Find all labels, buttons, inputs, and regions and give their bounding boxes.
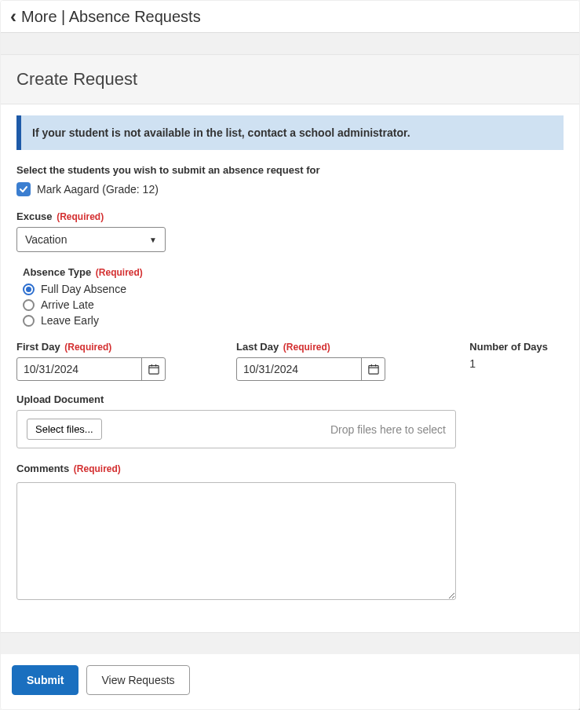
first-day-label-text: First Day bbox=[16, 341, 60, 353]
last-day-label: Last Day (Required) bbox=[236, 341, 440, 353]
top-header: ‹ More | Absence Requests bbox=[1, 1, 579, 33]
student-name: Mark Aagard (Grade: 12) bbox=[37, 183, 159, 196]
radio-icon bbox=[23, 299, 35, 311]
excuse-label-text: Excuse bbox=[16, 210, 53, 222]
first-day-calendar-button[interactable] bbox=[141, 358, 165, 380]
last-day-value: 10/31/2024 bbox=[237, 358, 361, 380]
absence-type-group: Absence Type (Required) Full Day Absence… bbox=[23, 266, 564, 327]
last-day-calendar-button[interactable] bbox=[361, 358, 385, 380]
comments-textarea[interactable] bbox=[16, 482, 456, 600]
comments-label-text: Comments bbox=[16, 463, 69, 474]
excuse-label: Excuse (Required) bbox=[16, 210, 564, 222]
svg-rect-4 bbox=[368, 366, 378, 375]
radio-icon bbox=[23, 315, 35, 327]
student-row: Mark Aagard (Grade: 12) bbox=[16, 182, 564, 196]
upload-dropzone[interactable]: Select files... Drop files here to selec… bbox=[16, 410, 456, 448]
select-files-button[interactable]: Select files... bbox=[27, 419, 102, 440]
num-days-label: Number of Days bbox=[469, 341, 548, 353]
submit-button[interactable]: Submit bbox=[12, 665, 78, 695]
upload-field: Upload Document Select files... Drop fil… bbox=[16, 393, 564, 448]
footer-buttons: Submit View Requests bbox=[1, 654, 579, 709]
comments-label: Comments (Required) bbox=[16, 463, 564, 474]
date-row: First Day (Required) 10/31/2024 Last Day… bbox=[16, 341, 564, 381]
num-days-field: Number of Days 1 bbox=[469, 341, 564, 381]
divider-strip-bottom bbox=[1, 632, 579, 654]
last-day-field: Last Day (Required) 10/31/2024 bbox=[236, 341, 440, 381]
excuse-field: Excuse (Required) Vacation ▼ bbox=[16, 210, 564, 252]
first-day-label: First Day (Required) bbox=[16, 341, 221, 353]
student-checkbox[interactable] bbox=[16, 182, 31, 196]
radio-leave-early[interactable]: Leave Early bbox=[23, 314, 564, 327]
num-days-value: 1 bbox=[469, 357, 548, 370]
radio-label: Leave Early bbox=[41, 314, 99, 327]
svg-rect-0 bbox=[148, 366, 158, 375]
excuse-value: Vacation bbox=[25, 233, 67, 246]
first-day-input[interactable]: 10/31/2024 bbox=[16, 357, 166, 381]
last-day-input[interactable]: 10/31/2024 bbox=[236, 357, 385, 381]
radio-icon bbox=[23, 284, 35, 295]
view-requests-button[interactable]: View Requests bbox=[86, 665, 189, 695]
info-banner-text: If your student is not available in the … bbox=[32, 126, 410, 139]
calendar-icon bbox=[148, 364, 159, 375]
first-day-field: First Day (Required) 10/31/2024 bbox=[16, 341, 221, 381]
page-title: Create Request bbox=[1, 55, 579, 104]
first-day-required: (Required) bbox=[64, 342, 111, 353]
radio-full-day[interactable]: Full Day Absence bbox=[23, 283, 564, 295]
absence-type-required: (Required) bbox=[96, 267, 143, 278]
student-select-label: Select the students you wish to submit a… bbox=[16, 164, 564, 176]
upload-hint: Drop files here to select bbox=[330, 423, 446, 436]
divider-strip-top bbox=[1, 33, 579, 55]
excuse-required: (Required) bbox=[57, 211, 104, 222]
comments-field: Comments (Required) bbox=[16, 463, 564, 602]
absence-type-label-text: Absence Type bbox=[23, 266, 91, 278]
absence-type-label: Absence Type (Required) bbox=[23, 266, 564, 278]
radio-label: Arrive Late bbox=[41, 298, 94, 311]
radio-arrive-late[interactable]: Arrive Late bbox=[23, 298, 564, 311]
excuse-select[interactable]: Vacation ▼ bbox=[16, 227, 166, 252]
last-day-label-text: Last Day bbox=[236, 341, 279, 353]
check-icon bbox=[19, 185, 28, 194]
back-chevron-icon[interactable]: ‹ bbox=[10, 7, 16, 26]
info-banner: If your student is not available in the … bbox=[16, 115, 564, 150]
caret-down-icon: ▼ bbox=[149, 236, 157, 244]
first-day-value: 10/31/2024 bbox=[17, 358, 141, 380]
breadcrumb[interactable]: More | Absence Requests bbox=[21, 8, 201, 26]
upload-label: Upload Document bbox=[16, 393, 564, 405]
last-day-required: (Required) bbox=[283, 342, 330, 353]
comments-required: (Required) bbox=[74, 463, 121, 474]
radio-label: Full Day Absence bbox=[41, 283, 126, 295]
calendar-icon bbox=[368, 364, 379, 375]
